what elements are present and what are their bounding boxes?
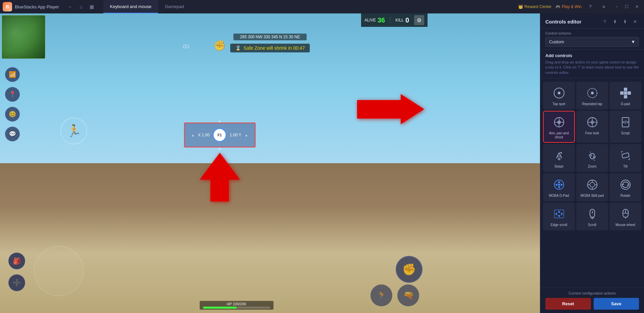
mouse-wheel-icon [618,207,633,221]
svg-text:</>: </> [623,120,628,125]
tab-keyboard-mouse[interactable]: Keyboard and mouse [103,0,158,13]
kill-stat: KILL 0 [395,16,409,24]
rotate-icon [618,177,633,192]
control-zoom[interactable]: Zoom [576,144,608,172]
aim-x: X 1.00 [198,133,210,137]
hourglass-icon: ⌛ [235,45,241,51]
menu-button[interactable]: ≡ [599,2,608,11]
export-icon-button[interactable]: ⬇ [621,17,629,26]
arrow-up-small-r: ▲ [245,133,248,137]
stats-bar: ALIVE 36 KILL 0 ⚙ [361,13,428,27]
control-rotate[interactable]: Rotate [609,173,641,201]
minimize-button[interactable]: − [612,2,621,11]
current-config-label: Current configuration actions [545,291,639,295]
reward-center-button[interactable]: 👑 Reward Center [518,4,552,9]
control-mouse-wheel[interactable]: Mouse wheel [609,203,641,230]
svg-marker-44 [558,211,560,213]
control-aim-pan-shoot[interactable]: Aim, pan and shoot [543,111,575,143]
control-tilt[interactable]: Tilt [609,144,641,172]
swipe-label: Swipe [554,165,563,169]
mouse-wheel-label: Mouse wheel [615,223,635,227]
control-dpad[interactable]: D-pad [609,82,641,109]
aim-control-box[interactable]: ▲ X 1.00 F1 1.00 Y ▲ ▼ ▲ [184,123,255,147]
shoot-btn-1[interactable]: 🔫 [397,284,419,306]
scheme-dropdown-icon: ▼ [631,39,635,44]
control-swipe[interactable]: Swipe [543,144,575,172]
svg-point-1 [558,92,560,94]
reset-button[interactable]: Reset [545,298,591,310]
save-button[interactable]: Save [594,298,639,310]
left-icons: 📶 📍 😊 💬 [5,67,20,141]
joystick-area[interactable] [34,246,84,296]
help-icon-button[interactable]: ? [601,17,609,26]
title-bar: B BlueStacks App Player ← ⌂ ▦ Keyboard a… [0,0,644,13]
svg-point-35 [590,182,595,187]
dpad-icon [618,86,633,100]
script-label: Script [621,131,630,135]
alive-count: 36 [378,16,385,24]
aim-pan-shoot-icon [552,115,566,130]
reward-label: Reward Center [525,4,552,9]
dpad-label: D-pad [621,102,630,106]
aim-key-label: F1 [213,128,227,142]
tap-spot-icon [552,86,566,100]
controls-row-4: MOBA D-Pad [543,173,641,201]
medical-icon[interactable]: ➕ [8,274,25,291]
panel-close-button[interactable]: ✕ [631,17,639,26]
game-screenshot: 285 300 NW 330 345 N 15 30 NE ⌛ Safe Zon… [0,13,540,313]
zoom-icon [585,148,600,163]
location-icon: 📍 [5,87,20,102]
tabs-button[interactable]: ▦ [87,2,97,11]
svg-marker-42 [627,185,630,186]
playwin-label: Play & Win [562,4,582,9]
tab-gamepad[interactable]: Gamepad [158,0,191,13]
control-moba-skill[interactable]: MOBA Skill pad [576,173,608,201]
scheme-select[interactable]: Custom ▼ [545,37,639,47]
aim-pan-shoot-label: Aim, pan and shoot [545,131,573,139]
import-icon-button[interactable]: ⬆ [611,17,619,26]
aim-y: 1.00 Y [230,133,241,137]
home-button[interactable]: ⌂ [77,2,86,11]
moba-skill-label: MOBA Skill pad [581,194,604,198]
moba-dpad-icon [552,177,566,192]
run-icon[interactable]: 🏃 [60,118,87,144]
tab-bar: Keyboard and mouse Gamepad [103,0,191,13]
help-button[interactable]: ? [586,2,595,11]
backpack-icon[interactable]: 🎒 [8,253,25,269]
control-repeated-tap[interactable]: ... Repeated tap [576,82,608,109]
arrow-up-small: ▲ [191,133,195,137]
control-script[interactable]: </> Script [609,111,641,143]
ground [0,163,540,313]
control-tap-spot[interactable]: Tap spot [543,82,575,109]
svg-rect-5 [624,88,627,91]
compass-text: 285 300 NW 330 345 N 15 30 NE [240,35,300,39]
tilt-icon [618,148,633,163]
add-controls-title: Add controls [545,53,639,58]
bottom-actions: Current configuration actions Reset Save [540,287,644,313]
control-moba-dpad[interactable]: MOBA D-Pad [543,173,575,201]
back-button[interactable]: ← [66,2,75,11]
stat-divider [390,17,390,24]
tilt-label: Tilt [623,165,628,169]
controls-row-1: Tap spot ... Repeated tap [543,82,641,109]
control-scroll[interactable]: Scroll [576,203,608,230]
play-win-button[interactable]: 🎮 Play & Win [555,4,582,9]
game-settings-button[interactable]: ⚙ [414,15,424,25]
free-look-label: Free look [585,131,599,135]
control-edge-scroll[interactable]: Edge scroll [543,203,575,230]
svg-point-33 [558,184,560,186]
shoot-btn-2[interactable]: 🏃 [370,284,392,306]
wifi-icon: 📶 [5,67,20,82]
script-icon: </> [618,115,633,130]
kill-count: 0 [405,16,409,24]
fist-attack-btn[interactable]: ✊ [396,256,423,283]
restore-button[interactable]: ☐ [623,2,631,11]
svg-marker-41 [622,183,624,185]
control-free-look[interactable]: Free look [576,111,608,143]
tap-spot-label: Tap spot [553,102,565,106]
svg-marker-29 [558,181,560,183]
svg-point-3 [591,92,594,94]
close-button[interactable]: ✕ [633,2,641,11]
controls-row-5: Edge scroll Scroll [543,203,641,230]
controls-grid: Tap spot ... Repeated tap [540,78,644,287]
